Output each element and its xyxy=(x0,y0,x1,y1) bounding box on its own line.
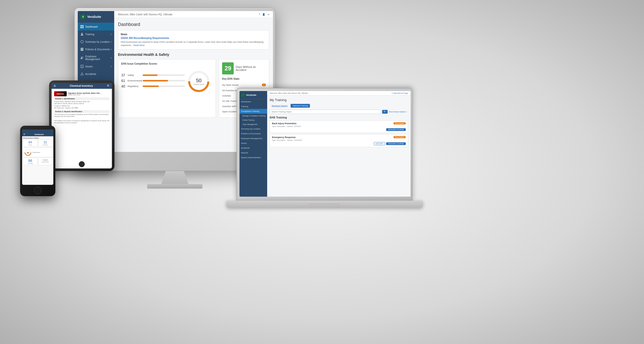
sidebar-item-policies[interactable]: Policies & Documents ▾ xyxy=(78,46,114,53)
laptop-nav-summary[interactable]: Summary by Location xyxy=(239,126,267,131)
phone-device: ☰ Dashboard Environment & Safety 84 Issu… xyxy=(20,126,55,196)
stat-my-open-issues[interactable]: My Open Issues 9 xyxy=(222,82,266,88)
tab-required-training[interactable]: Required Training xyxy=(270,104,290,108)
tablet-section2: Section 2. Hazards Identification This d… xyxy=(54,110,109,124)
training-search-input[interactable] xyxy=(270,110,381,114)
svg-text:50: 50 xyxy=(27,152,29,154)
header-icons: ? 👤 ⇥ xyxy=(259,13,269,16)
sidebar-item-accidents[interactable]: Accidents xyxy=(78,70,114,78)
laptop-page-title: My Training xyxy=(270,98,408,102)
search-button[interactable]: 🔍 xyxy=(382,110,388,114)
issues-arrow: ▾ xyxy=(111,65,112,68)
tablet-header: ☰ Chemical Inventory 🔍 xyxy=(52,83,112,89)
course-title: Back Injury Prevention xyxy=(272,122,301,125)
tablet-doc-area: AMSOIL Signature Series Synthetic Motor … xyxy=(53,90,111,167)
scores-and-gauge: 37 Safety 61 Environm xyxy=(121,68,213,95)
sidebar-item-issues[interactable]: Issues ▾ xyxy=(78,63,114,70)
course2-title: Emergency Response xyxy=(272,136,302,139)
overall-gauge: 50 Overall Score xyxy=(187,70,210,93)
monitor-header: Welcome, Mike Carter with Storexo HQ, Ul… xyxy=(114,11,273,18)
resume-course-btn-2[interactable]: RESUME COURSE xyxy=(386,142,406,145)
course-emergency-response: Emergency Response Type: Description Sta… xyxy=(270,134,408,147)
news-headline[interactable]: OSHA 300 Recordkeeping Requirements xyxy=(121,37,266,39)
tablet-section1: Section 1. Identification Product Name: … xyxy=(54,97,109,109)
show-search-options[interactable]: Show Search Options → xyxy=(389,111,408,113)
tablet-doc-logo: AMSOIL Signature Series Synthetic Motor … xyxy=(54,91,109,96)
course-meta: Type: Description Started 8/5/2013 xyxy=(272,125,301,127)
laptop-header-actions: ? Help with this Page xyxy=(391,92,408,94)
summary-icon xyxy=(80,40,84,44)
safety-bar-bg xyxy=(143,74,185,76)
laptop-logo: VeraSuite xyxy=(239,91,267,99)
laptop-app: VeraSuite Dashboard Training Compliance … xyxy=(239,91,411,197)
history-btn[interactable]: HISTORY xyxy=(374,142,385,145)
employees-icon xyxy=(80,56,84,60)
sidebar-logo: V VeraSuite xyxy=(78,11,114,23)
laptop-logo-text: VeraSuite xyxy=(246,94,256,96)
score-environmental: 61 Environmental xyxy=(121,79,185,83)
scores-list: 37 Safety 61 Environm xyxy=(121,73,185,90)
verasuite-logo-icon: V xyxy=(80,14,86,20)
env-bar xyxy=(143,80,168,81)
course2-actions: HISTORY RESUME COURSE xyxy=(272,142,406,145)
resume-course-btn[interactable]: RESUME COURSE xyxy=(386,128,406,131)
laptop-nav-topic[interactable]: Topic Management xyxy=(239,122,267,126)
phone-mini-gauge: 50 Overall Score xyxy=(23,148,52,157)
tablet-home-button[interactable] xyxy=(79,161,85,167)
user-icon[interactable]: 👤 xyxy=(262,13,265,16)
training-arrow: ▾ xyxy=(111,33,112,35)
sidebar-item-employees[interactable]: Employee Management ▾ xyxy=(78,53,114,63)
laptop-nav-sysadmin[interactable]: System Administration xyxy=(239,155,267,160)
laptop-nav-employees[interactable]: Employee Management xyxy=(239,136,267,141)
sidebar-item-training[interactable]: Training ▾ xyxy=(78,30,114,38)
policies-icon xyxy=(80,48,84,51)
laptop-device: VeraSuite Dashboard Training Compliance … xyxy=(226,88,423,244)
svg-point-13 xyxy=(82,67,82,67)
policies-arrow: ▾ xyxy=(111,48,112,51)
tablet-device: ☰ Chemical Inventory 🔍 AMSOIL Signature … xyxy=(49,80,114,171)
course-header: Back Injury Prevention Type: Description… xyxy=(272,122,406,128)
laptop-nav-compliance[interactable]: Compliance Training xyxy=(239,109,267,114)
exit-icon[interactable]: ⇥ xyxy=(267,13,269,16)
ehs-training-title: EHS Training xyxy=(270,116,408,119)
phone-nav-bar: ☰ Dashboard xyxy=(22,133,53,136)
laptop-nav-manage[interactable]: Manage Compliance Training xyxy=(239,114,267,118)
laptop-screen-frame: VeraSuite Dashboard Training Compliance … xyxy=(236,88,413,201)
sidebar-item-summary[interactable]: Summary by Location ▾ xyxy=(78,38,114,46)
course2-meta: Type: Description Started 6/29/2019 xyxy=(272,139,302,141)
laptop-sidebar: VeraSuite Dashboard Training Compliance … xyxy=(239,91,267,197)
svg-point-5 xyxy=(81,40,84,43)
svg-point-9 xyxy=(81,57,82,58)
laptop-nav-reports[interactable]: Reports xyxy=(239,150,267,155)
tablet-search-icon[interactable]: 🔍 xyxy=(107,84,110,87)
gauge-text: 50 Overall Score xyxy=(193,78,204,85)
phone-gauge-svg: 50 xyxy=(24,149,32,156)
recomplete-badge-2: Recomplete xyxy=(393,136,406,138)
search-row: 🔍 Show Search Options → xyxy=(270,110,408,114)
course-actions: RESUME COURSE xyxy=(272,128,406,131)
laptop-nav-accidents[interactable]: Accidents xyxy=(239,146,267,150)
phone-stat-overdue: 31 Overdue xyxy=(38,140,53,147)
issues-icon xyxy=(80,65,84,68)
laptop-help-link[interactable]: ? Help with this Page xyxy=(391,92,408,94)
accidents-icon xyxy=(80,72,84,76)
phone-home-button[interactable] xyxy=(34,187,42,194)
laptop-nav-dashboard[interactable]: Dashboard xyxy=(239,99,267,104)
phone-hamburger-icon[interactable]: ☰ xyxy=(23,133,25,136)
ehs-scores-card: EHS Issue Completion Scores 37 Safety xyxy=(118,59,216,118)
laptop-nav-policies[interactable]: Policies & Documents xyxy=(239,131,267,136)
phone-app: ☰ Dashboard Environment & Safety 84 Issu… xyxy=(22,130,53,185)
laptop-nav-training[interactable]: Training xyxy=(239,104,267,109)
env-bar-bg xyxy=(143,80,185,81)
sidebar-item-dashboard[interactable]: Dashboard xyxy=(78,23,114,30)
laptop-nav-onsite[interactable]: Onsite Training xyxy=(239,118,267,122)
read-more-link[interactable]: Read More xyxy=(134,44,145,47)
tablet-screen: ☰ Chemical Inventory 🔍 AMSOIL Signature … xyxy=(52,83,112,168)
tab-optional-training[interactable]: Optional Training xyxy=(291,104,310,108)
laptop-nav-issues[interactable]: Issues xyxy=(239,141,267,146)
tablet-section1-text: Product Name: Signature Series Synthetic… xyxy=(54,101,109,109)
phone-content: Environment & Safety 84 Issues 31 Overdu… xyxy=(22,136,53,185)
help-icon[interactable]: ? xyxy=(259,13,260,16)
svg-point-10 xyxy=(83,57,84,58)
tablet-hamburger-icon[interactable]: ☰ xyxy=(54,84,56,87)
